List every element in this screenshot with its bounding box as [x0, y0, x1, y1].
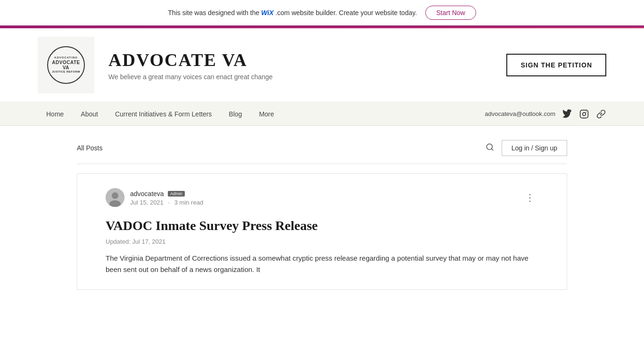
- top-banner: This site was designed with the WiX .com…: [0, 0, 644, 27]
- post-author-name: advocateva: [130, 190, 164, 197]
- post-date: Jul 15, 2021: [130, 199, 164, 206]
- svg-rect-0: [580, 110, 588, 118]
- nav-about[interactable]: About: [72, 102, 107, 126]
- post-date-line: Jul 15, 2021 · 3 min read: [130, 199, 521, 206]
- svg-point-5: [112, 192, 118, 199]
- nav-home[interactable]: Home: [38, 102, 72, 126]
- instagram-icon[interactable]: [579, 109, 589, 119]
- nav-initiatives[interactable]: Current Initiatives & Form Letters: [107, 102, 220, 126]
- post-meta: advocateva Admin Jul 15, 2021 · 3 min re…: [130, 189, 521, 206]
- banner-text2: .com website builder. Create your websit…: [275, 9, 417, 16]
- svg-line-3: [491, 148, 493, 150]
- post-title: VADOC Inmate Survey Press Release: [106, 218, 538, 233]
- post-more-button[interactable]: ⋮: [521, 191, 538, 204]
- start-now-button[interactable]: Start Now: [425, 6, 476, 20]
- sign-petition-button[interactable]: SIGN THE PETITION: [506, 54, 606, 76]
- site-subtitle: We believe a great many voices can enact…: [108, 73, 487, 81]
- author-avatar: [106, 188, 124, 207]
- admin-badge: Admin: [168, 191, 185, 197]
- nav-right: advocateva@outlook.com: [485, 109, 606, 119]
- nav-more[interactable]: More: [250, 102, 282, 126]
- post-read-time: 3 min read: [174, 199, 203, 206]
- post-author-line: advocateva Admin: [130, 189, 521, 198]
- logo-box: ADVOCATING ADVOCATEVA JUSTICE REFORM: [38, 37, 94, 93]
- site-title: ADVOCATE VA: [108, 49, 487, 70]
- blog-toolbar: All Posts Log in / Sign up: [77, 140, 567, 164]
- nav-blog[interactable]: Blog: [220, 102, 250, 126]
- search-button[interactable]: [486, 143, 494, 154]
- logo-top-text: ADVOCATING: [54, 56, 78, 60]
- post-updated-date: Updated: Jul 17, 2021: [106, 238, 538, 245]
- site-nav: Home About Current Initiatives & Form Le…: [0, 102, 644, 126]
- nav-links: Home About Current Initiatives & Form Le…: [38, 102, 485, 126]
- site-header: ADVOCATING ADVOCATEVA JUSTICE REFORM ADV…: [0, 28, 644, 102]
- logo-bottom-text: JUSTICE REFORM: [52, 70, 80, 74]
- post-card: advocateva Admin Jul 15, 2021 · 3 min re…: [77, 173, 567, 290]
- toolbar-right: Log in / Sign up: [486, 140, 567, 156]
- logo-main-text: ADVOCATEVA: [52, 60, 80, 70]
- post-body-text: The Virginia Department of Corrections i…: [106, 253, 538, 275]
- banner-text: This site was designed with the: [168, 9, 261, 16]
- post-header: advocateva Admin Jul 15, 2021 · 3 min re…: [106, 188, 538, 207]
- wix-logo-text: WiX: [261, 9, 273, 16]
- blog-area: All Posts Log in / Sign up advocateva Ad…: [39, 126, 605, 290]
- twitter-icon[interactable]: [562, 109, 572, 119]
- link-icon[interactable]: [596, 109, 606, 119]
- all-posts-label[interactable]: All Posts: [77, 144, 102, 152]
- date-separator: ·: [168, 199, 170, 206]
- header-text: ADVOCATE VA We believe a great many voic…: [108, 49, 487, 81]
- site-logo: ADVOCATING ADVOCATEVA JUSTICE REFORM: [47, 46, 85, 84]
- nav-email: advocateva@outlook.com: [485, 110, 555, 117]
- login-button[interactable]: Log in / Sign up: [502, 140, 567, 156]
